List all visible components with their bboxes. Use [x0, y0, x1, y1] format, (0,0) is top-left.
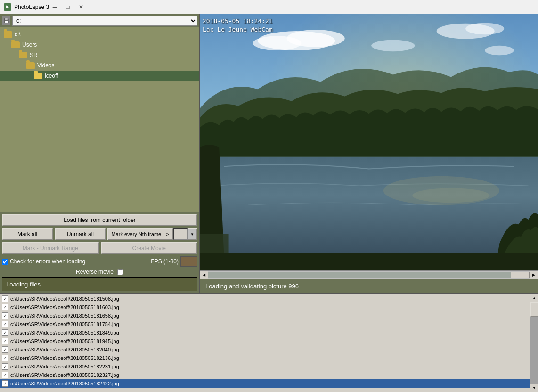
mark-nth-label: Mark every Nth frame -->	[107, 228, 173, 240]
scroll-vertical-thumb[interactable]	[530, 302, 538, 317]
fps-label: FPS (1-30)	[151, 258, 179, 265]
file-list-item[interactable]: c:\Users\SR\Videos\iceoff\20180505181849…	[0, 328, 530, 337]
status-text: Loading and validating picture 996	[205, 283, 299, 290]
tree-item-label: Videos	[37, 62, 54, 69]
svg-rect-12	[200, 234, 229, 253]
file-path: c:\Users\SR\Videos\iceoff\20180505181754…	[10, 321, 119, 327]
webcam-name: Lac Le Jeune WebCam	[203, 25, 273, 34]
mark-nth-group: Mark every Nth frame --> 2 ▼	[107, 228, 197, 240]
file-checkbox[interactable]	[2, 338, 8, 344]
check-errors-checkbox[interactable]	[2, 259, 8, 265]
image-area: 2018-05-05 18:24:21 Lac Le Jeune WebCam	[200, 14, 538, 270]
close-button[interactable]: ✕	[75, 2, 87, 12]
file-list: c:\Users\SR\Videos\iceoff\20180505181508…	[0, 294, 530, 392]
create-movie-button[interactable]: Create Movie	[101, 242, 198, 254]
svg-point-6	[465, 23, 504, 35]
folder-icon	[4, 31, 12, 38]
main-content: 💾 c: c:\UsersSRVideosiceoff Load files f…	[0, 14, 538, 293]
window-controls: ─ □ ✕	[49, 2, 87, 12]
reverse-row: Reverse movie	[2, 269, 197, 275]
mark-unmark-range-button[interactable]: Mark - Unmark Range	[2, 242, 99, 254]
file-checkbox[interactable]	[2, 372, 8, 378]
file-list-item[interactable]: c:\Users\SR\Videos\iceoff\20180505182231…	[0, 362, 530, 371]
file-list-item[interactable]: c:\Users\SR\Videos\iceoff\20180505182040…	[0, 345, 530, 354]
right-panel: 2018-05-05 18:24:21 Lac Le Jeune WebCam	[200, 14, 538, 293]
app-icon: ▶	[4, 3, 11, 11]
controls-area: Load files from current folder Mark all …	[0, 212, 199, 293]
file-path: c:\Users\SR\Videos\iceoff\20180505181603…	[10, 304, 119, 310]
scroll-vertical-track[interactable]	[530, 302, 538, 384]
scroll-left-button[interactable]: ◀	[200, 271, 208, 279]
timestamp: 2018-05-05 18:24:21	[203, 17, 273, 25]
file-checkbox[interactable]	[2, 355, 8, 361]
file-list-item[interactable]: c:\Users\SR\Videos\iceoff\20180505181945…	[0, 337, 530, 345]
tree-item-videos[interactable]: Videos	[0, 60, 199, 71]
nth-frame-input[interactable]: 2	[173, 228, 188, 240]
maximize-button[interactable]: □	[62, 2, 73, 12]
tree-item-c[interactable]: c:\	[0, 29, 199, 40]
tree-item-label: iceoff	[45, 73, 58, 79]
folder-open-icon	[34, 73, 42, 79]
unmark-all-button[interactable]: Unmark all	[55, 228, 106, 240]
scroll-up-button[interactable]: ▲	[530, 294, 538, 302]
file-list-item[interactable]: c:\Users\SR\Videos\iceoff\20180505182422…	[0, 379, 530, 388]
file-list-item[interactable]: c:\Users\SR\Videos\iceoff\20180505181754…	[0, 320, 530, 328]
reverse-label: Reverse movie	[76, 269, 123, 275]
folder-icon	[11, 41, 20, 48]
file-checkbox[interactable]	[2, 329, 8, 336]
file-checkbox[interactable]	[2, 380, 8, 387]
reverse-text: Reverse movie	[76, 269, 114, 275]
loading-text: Loading files....	[6, 281, 47, 288]
file-list-item[interactable]: c:\Users\SR\Videos\iceoff\20180505182136…	[0, 354, 530, 362]
file-list-item[interactable]: c:\Users\SR\Videos\iceoff\20180505182327…	[0, 371, 530, 379]
file-list-area: c:\Users\SR\Videos\iceoff\20180505181508…	[0, 293, 538, 392]
file-list-item[interactable]: c:\Users\SR\Videos\iceoff\20180505181658…	[0, 311, 530, 320]
range-row: Mark - Unmark Range Create Movie	[2, 242, 197, 254]
load-btn-row: Load files from current folder	[2, 214, 197, 226]
mark-all-button[interactable]: Mark all	[2, 228, 53, 240]
file-path: c:\Users\SR\Videos\iceoff\20180505181945…	[10, 338, 119, 344]
svg-point-8	[371, 40, 415, 52]
drive-selector: 💾 c:	[0, 14, 199, 27]
svg-point-11	[412, 188, 489, 203]
scroll-thumb[interactable]	[511, 272, 530, 278]
file-path: c:\Users\SR\Videos\iceoff\20180505182040…	[10, 347, 119, 352]
drive-dropdown[interactable]: c:	[12, 16, 197, 26]
nth-frame-dropdown[interactable]: ▼	[188, 228, 197, 240]
titlebar: ▶ PhotoLapse 3 ─ □ ✕	[0, 0, 538, 14]
file-checkbox[interactable]	[2, 363, 8, 370]
folder-icon	[26, 62, 35, 69]
scroll-track[interactable]	[208, 272, 530, 278]
reverse-checkbox[interactable]	[117, 269, 123, 275]
file-checkbox[interactable]	[2, 312, 8, 319]
file-checkbox[interactable]	[2, 304, 8, 310]
landscape-image	[200, 14, 538, 270]
minimize-button[interactable]: ─	[49, 2, 60, 12]
fps-group: FPS (1-30) 25	[151, 256, 197, 267]
tree-item-users[interactable]: Users	[0, 40, 199, 50]
file-checkbox[interactable]	[2, 321, 8, 327]
file-list-item[interactable]: c:\Users\SR\Videos\iceoff\20180505181603…	[0, 303, 530, 311]
horizontal-scrollbar: ◀ ▶	[200, 270, 538, 279]
check-errors-text: Check for errors when loading	[10, 258, 85, 265]
load-files-button[interactable]: Load files from current folder	[2, 214, 197, 226]
tree-item-iceoff[interactable]: iceoff	[0, 71, 199, 81]
file-checkbox[interactable]	[2, 346, 8, 353]
status-bar: Loading and validating picture 996	[200, 279, 538, 293]
file-checkbox[interactable]	[2, 295, 8, 302]
file-list-item[interactable]: c:\Users\SR\Videos\iceoff\20180505181508…	[0, 294, 530, 303]
check-errors-label: Check for errors when loading	[2, 258, 85, 265]
svg-rect-13	[200, 253, 538, 270]
cam-overlay: 2018-05-05 18:24:21 Lac Le Jeune WebCam	[203, 17, 273, 34]
scroll-down-button[interactable]: ▼	[530, 384, 538, 392]
svg-point-7	[485, 46, 514, 56]
file-path: c:\Users\SR\Videos\iceoff\20180505182136…	[10, 355, 119, 361]
file-path: c:\Users\SR\Videos\iceoff\20180505181658…	[10, 313, 119, 318]
file-path: c:\Users\SR\Videos\iceoff\20180505181849…	[10, 330, 119, 335]
file-path: c:\Users\SR\Videos\iceoff\20180505182231…	[10, 364, 119, 369]
fps-input[interactable]: 25	[180, 256, 197, 267]
folder-icon	[19, 52, 27, 58]
loading-bar: Loading files....	[2, 277, 197, 291]
scroll-right-button[interactable]: ▶	[530, 271, 538, 279]
tree-item-sr[interactable]: SR	[0, 50, 199, 60]
